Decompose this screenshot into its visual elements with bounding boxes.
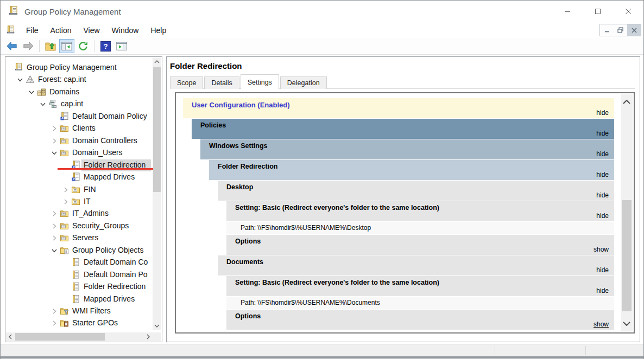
tree-item-label: WMI Filters (72, 306, 111, 315)
expand-arrow-icon[interactable] (50, 222, 59, 230)
report-section-setting-basic-redirect-everyone-s-folder: Setting: Basic (Redirect everyone's fold… (226, 201, 614, 221)
tab-delegation[interactable]: Delegation (280, 76, 327, 89)
tree-vertical-scrollbar[interactable] (153, 57, 161, 330)
ou-icon (71, 185, 80, 194)
up-one-level-button[interactable] (43, 39, 58, 53)
tree-item-domains[interactable]: Domains (5, 86, 152, 98)
tree-item-cap-int[interactable]: cap.int (5, 98, 152, 110)
tab-settings[interactable]: Settings (241, 74, 279, 89)
expand-arrow-icon[interactable] (50, 319, 59, 328)
tree-item-group-policy-objects[interactable]: Group Policy Objects (5, 245, 152, 257)
tree-item-label: Servers (72, 233, 98, 242)
collapse-arrow-icon[interactable] (50, 149, 59, 157)
expand-arrow-icon[interactable] (61, 185, 70, 194)
menu-item-file[interactable]: File (20, 24, 45, 37)
hide-link[interactable]: hide (596, 191, 609, 199)
collapse-arrow-icon[interactable] (50, 246, 59, 255)
mdi-window-controls (599, 24, 641, 36)
tree-item-servers[interactable]: Servers (5, 232, 152, 244)
tree-item-security-groups[interactable]: Security_Groups (5, 220, 152, 232)
tree-item-group-policy-management[interactable]: Group Policy Management (5, 62, 152, 74)
refresh-button[interactable] (75, 39, 91, 53)
tree-item-partial-item[interactable] (5, 330, 152, 332)
scrollbar-thumb[interactable] (15, 333, 105, 341)
tree-item-it-admins[interactable]: IT_Admins (5, 208, 152, 220)
expand-arrow-icon[interactable] (50, 234, 59, 242)
scrollbar-thumb[interactable] (153, 67, 161, 192)
scroll-right-icon[interactable] (144, 332, 153, 341)
tree-item-mapped-drives[interactable]: Mapped Drives (5, 293, 152, 305)
report-vertical-scrollbar[interactable] (621, 94, 633, 331)
action-pane-toggle-button[interactable] (114, 39, 129, 53)
tree-item-label: Default Domain Co (84, 258, 148, 266)
mdi-minimize-button[interactable] (600, 24, 614, 36)
scrollbar-thumb[interactable] (622, 200, 632, 311)
starter-folder-icon (60, 318, 69, 328)
console-tree-icon (61, 41, 73, 52)
hide-link[interactable]: hide (596, 171, 609, 178)
window-controls (552, 1, 643, 22)
menu-item-action[interactable]: Action (45, 24, 78, 37)
maximize-button[interactable] (583, 1, 613, 22)
tree-item-forest-cap-int[interactable]: Forest: cap.int (5, 74, 152, 86)
expand-arrow-icon[interactable] (50, 137, 59, 145)
collapse-arrow-icon[interactable] (27, 88, 36, 97)
tree-item-label: Mapped Drives (84, 294, 135, 303)
report-section-label: Path: \\FS\homdir$\%USERNAME%\Documents (241, 299, 380, 306)
toolbar-separator (39, 40, 40, 52)
tree-item-domain-controllers[interactable]: Domain Controllers (5, 135, 152, 147)
domains-icon (37, 87, 46, 97)
minimize-button[interactable] (552, 1, 583, 22)
help-button[interactable]: ? (98, 39, 113, 53)
close-button[interactable] (613, 1, 643, 22)
tree-item-starter-gpos[interactable]: Starter GPOs (5, 317, 152, 329)
expand-arrow-icon[interactable] (50, 124, 59, 133)
help-icon: ? (100, 41, 111, 52)
tree-item-it[interactable]: IT (5, 196, 152, 208)
tree-item-default-domain-policy[interactable]: Default Domain Policy (5, 111, 152, 123)
hide-link[interactable]: hide (596, 266, 609, 274)
report-section-options: Optionsshow (226, 310, 614, 330)
tree-item-mapped-drives[interactable]: Mapped Drives (5, 171, 152, 183)
tab-details[interactable]: Details (204, 76, 239, 89)
scroll-down-icon[interactable] (153, 322, 161, 330)
tree-item-wmi-filters[interactable]: WMI Filters (5, 305, 152, 317)
hide-link[interactable]: hide (596, 109, 609, 117)
menu-item-view[interactable]: View (77, 24, 105, 37)
report-section-label: Options (235, 238, 261, 245)
report-section-label: Documents (226, 258, 263, 266)
expand-arrow-icon[interactable] (50, 209, 59, 218)
hide-link[interactable]: hide (596, 212, 609, 220)
expand-arrow-icon[interactable] (50, 307, 59, 316)
tree-item-folder-redirection[interactable]: Folder Redirection (5, 281, 152, 293)
scroll-up-icon[interactable] (153, 57, 161, 66)
tree-item-default-domain-po[interactable]: Default Domain Po (5, 269, 152, 281)
scroll-left-icon[interactable] (6, 332, 15, 341)
tree-item-clients[interactable]: Clients (5, 123, 152, 134)
tree-horizontal-scrollbar[interactable] (6, 332, 153, 341)
hide-link[interactable]: hide (596, 150, 609, 158)
tree-item-domain-users[interactable]: Domain_Users (5, 147, 152, 159)
tree-item-label: Forest: cap.int (38, 75, 86, 84)
tree-item-fin[interactable]: FIN (5, 184, 152, 196)
menu-item-help[interactable]: Help (144, 24, 172, 37)
console-tree-toggle-button[interactable] (59, 39, 74, 53)
collapse-arrow-icon[interactable] (39, 100, 47, 108)
menu-item-window[interactable]: Window (106, 24, 145, 37)
show-link[interactable]: show (594, 246, 609, 253)
hide-link[interactable]: hide (596, 130, 609, 137)
expand-arrow-icon[interactable] (61, 197, 70, 206)
report-section-windows-settings: Windows Settingshide (200, 139, 614, 159)
mdi-close-button[interactable] (627, 24, 641, 36)
back-button[interactable] (4, 39, 20, 53)
scroll-down-icon[interactable] (621, 317, 633, 330)
tree-item-default-domain-co[interactable]: Default Domain Co (5, 257, 152, 268)
forward-button[interactable] (21, 39, 36, 53)
tab-scope[interactable]: Scope (170, 76, 203, 89)
show-link[interactable]: show (594, 320, 609, 328)
scroll-up-icon[interactable] (621, 95, 633, 108)
mdi-restore-button[interactable] (614, 24, 627, 36)
hide-link[interactable]: hide (596, 287, 609, 294)
collapse-arrow-icon[interactable] (16, 75, 24, 84)
tree-item-label: Security_Groups (72, 221, 129, 230)
